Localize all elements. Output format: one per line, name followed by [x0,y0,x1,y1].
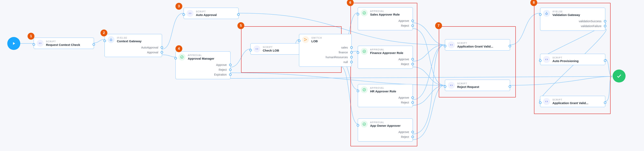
output-null: null [340,60,352,64]
port-in[interactable] [298,40,300,42]
port-in[interactable] [357,90,359,92]
node-context-gateway[interactable]: IF/ELSE Context Gateway AutoApproval App… [104,34,162,57]
start-node[interactable] [7,37,20,50]
port-out[interactable] [350,51,353,54]
port-in[interactable] [182,13,185,16]
port-in[interactable] [174,57,177,59]
port-in[interactable] [539,102,542,104]
node-hr-approver[interactable]: APPROVAL HR Approver Role Approve Reject [358,84,413,107]
output-approval: Approval [144,50,162,55]
svg-point-7 [306,39,307,40]
port-in[interactable] [357,124,359,127]
output-autoapproval: AutoApproval [138,45,162,50]
node-auto-approval[interactable]: SCRIPT Auto Approval [184,8,239,19]
node-finance-approver[interactable]: APPROVAL Finance Approver Role Approve R… [358,46,413,69]
port-in[interactable] [250,49,252,51]
node-title: Auto Approval [196,13,217,16]
port-out[interactable] [604,102,606,104]
port-out[interactable] [604,25,606,27]
port-in[interactable] [539,13,542,16]
node-app-owner-approver[interactable]: APPROVAL App Owner Approver Approve Reje… [358,119,413,142]
output-validation-failure: validationFailure [578,24,605,28]
node-type-label: APPROVAL [370,10,400,12]
port-out[interactable] [412,96,414,99]
node-sales-approver[interactable]: APPROVAL Sales Approver Role Approve Rej… [358,7,413,30]
node-auto-provisioning[interactable]: SCRIPT Auto Provisioning [540,54,605,65]
port-out[interactable] [92,43,95,46]
port-out[interactable] [161,46,163,49]
node-title: Check LOB [263,49,279,52]
port-in[interactable] [32,43,35,46]
port-in[interactable] [357,13,359,15]
port-in[interactable] [539,59,542,62]
port-out[interactable] [350,61,353,63]
node-type-label: SWITCH [311,37,322,39]
output-sales: sales [338,45,352,50]
approval-icon [361,121,368,128]
port-out[interactable] [412,131,414,133]
port-out[interactable] [229,73,232,76]
node-type-label: IF/ELSE [117,37,142,39]
node-title: Request Context Check [46,43,80,46]
node-type-label: APPROVAL [370,48,403,51]
output-reject: Reject [398,135,413,139]
port-out[interactable] [509,45,511,47]
output-humanresources: humanResources [323,55,352,60]
port-out[interactable] [412,20,414,22]
badge-4: 4 [176,45,182,52]
node-approval-manager[interactable]: APPROVAL Approval Manager Approve Reject… [176,51,230,79]
output-approve: Approve [396,95,413,100]
node-type-label: SCRIPT [196,10,217,13]
script-icon [448,82,455,89]
node-title: Context Gateway [117,39,142,43]
approval-icon [178,54,185,60]
node-app-grant-valid-1[interactable]: SCRIPT Application Grant Valid... [445,39,510,50]
port-out[interactable] [412,58,414,60]
output-reject: Reject [398,100,413,105]
script-icon [254,45,260,52]
output-expiration: Expiration [211,72,230,77]
node-title: App Owner Approver [370,124,400,127]
port-in[interactable] [104,40,106,42]
port-out[interactable] [412,63,414,65]
port-out[interactable] [412,136,414,138]
port-out[interactable] [161,51,163,54]
end-node[interactable] [612,70,626,82]
ifelse-icon [108,36,114,43]
node-reject-request[interactable]: SCRIPT Reject Request [445,80,510,91]
script-icon [543,98,550,105]
port-out[interactable] [237,13,240,16]
output-reject: Reject [216,67,230,72]
script-icon [448,41,455,48]
port-out[interactable] [229,64,232,66]
node-title: Application Grant Valid... [552,101,588,105]
port-out[interactable] [229,69,232,71]
node-validation-gateway[interactable]: IF/ELSE Validation Gateway validationSuc… [540,8,605,31]
badge-1: 1 [28,33,34,40]
node-request-context-check[interactable]: SCRIPT Request Context Check [34,38,94,49]
port-out[interactable] [604,59,606,62]
port-out[interactable] [412,101,414,104]
node-lob-switch[interactable]: SWITCH LOB sales finance humanResources … [299,34,352,67]
node-type-label: SCRIPT [46,40,80,43]
node-title: Auto Provisioning [552,59,578,63]
output-finance: finance [336,50,352,55]
script-icon [37,40,44,47]
port-out[interactable] [509,85,511,88]
node-title: Application Grant Valid... [457,45,493,48]
svg-point-8 [363,11,366,14]
node-check-lob[interactable]: SCRIPT Check LOB [250,43,303,55]
script-icon [543,56,550,63]
port-out[interactable] [350,56,353,58]
port-out[interactable] [412,24,414,27]
port-out[interactable] [350,46,353,49]
node-app-grant-valid-2[interactable]: SCRIPT Application Grant Valid... [540,96,605,107]
port-in[interactable] [357,51,359,54]
port-out[interactable] [604,20,606,22]
port-in[interactable] [444,85,446,88]
node-type-label: SCRIPT [457,82,479,85]
output-approve: Approve [396,130,413,135]
port-in[interactable] [444,45,446,47]
node-type-label: APPROVAL [188,54,214,56]
node-type-label: APPROVAL [370,121,400,124]
